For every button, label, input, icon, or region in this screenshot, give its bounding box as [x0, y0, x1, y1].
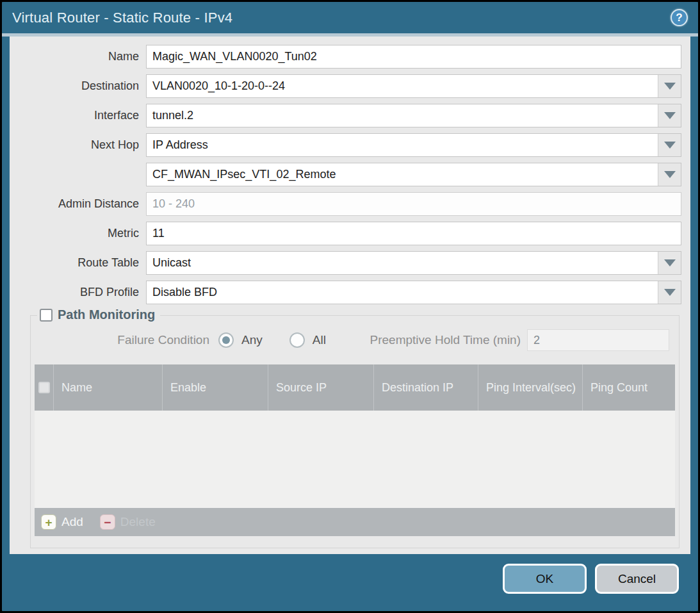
failure-condition-all-option[interactable]: All [289, 332, 326, 348]
next-hop-type-value: IP Address [147, 134, 658, 156]
form-row-route-table: Route Table Unicast [19, 251, 681, 275]
name-label: Name [19, 50, 146, 63]
interface-dropdown[interactable]: tunnel.2 [146, 104, 681, 127]
add-button[interactable]: + Add [41, 514, 83, 530]
chevron-down-icon [664, 112, 676, 119]
form-row-admin-distance: Admin Distance [19, 192, 681, 216]
form-row-bfd-profile: BFD Profile Disable BFD [19, 281, 681, 304]
chevron-down-icon [664, 83, 676, 90]
radio-selected-icon [218, 332, 234, 348]
delete-button[interactable]: − Delete [100, 514, 156, 530]
destination-value: VLAN0020_10-1-20-0--24 [147, 75, 658, 97]
bfd-profile-label: BFD Profile [19, 286, 146, 299]
dialog-content: Name Destination VLAN0020_10-1-20-0--24 … [10, 37, 690, 554]
route-table-dropdown[interactable]: Unicast [146, 251, 681, 275]
dialog-window: Virtual Router - Static Route - IPv4 ? N… [0, 0, 700, 613]
ok-button[interactable]: OK [503, 564, 587, 594]
failure-condition-all-label: All [313, 333, 326, 347]
preemptive-hold-time-input[interactable] [527, 329, 669, 351]
next-hop-address-value: CF_MWAN_IPsec_VTI_02_Remote [147, 163, 658, 186]
path-monitoring-group: Path Monitoring Failure Condition Any Al… [30, 315, 680, 548]
form-row-destination: Destination VLAN0020_10-1-20-0--24 [19, 74, 681, 98]
metric-input[interactable] [146, 222, 681, 245]
form-row-metric: Metric [19, 222, 681, 245]
select-all-checkbox[interactable] [38, 382, 50, 393]
path-monitoring-table: Name Enable Source IP Destination IP Pin… [35, 364, 675, 536]
interface-dropdown-button[interactable] [658, 104, 681, 127]
next-hop-type-dropdown-button[interactable] [658, 134, 681, 156]
select-all-cell [35, 364, 54, 411]
admin-distance-input[interactable] [146, 192, 681, 216]
destination-dropdown-button[interactable] [658, 75, 681, 97]
dialog-footer: OK Cancel [2, 554, 698, 611]
help-icon[interactable]: ? [671, 9, 688, 26]
form-row-next-hop: Next Hop IP Address [19, 133, 681, 157]
column-header-destination-ip: Destination IP [374, 364, 478, 411]
delete-button-label: Delete [120, 515, 156, 529]
next-hop-address-dropdown-button[interactable] [658, 163, 681, 186]
radio-unselected-icon [289, 332, 305, 348]
cancel-button[interactable]: Cancel [595, 564, 679, 594]
failure-condition-any-label: Any [241, 333, 263, 347]
plus-icon: + [41, 514, 56, 530]
route-table-label: Route Table [19, 256, 146, 270]
column-header-ping-interval: Ping Interval(sec) [478, 364, 583, 411]
route-table-value: Unicast [147, 252, 658, 274]
column-header-name: Name [54, 364, 163, 411]
interface-label: Interface [19, 109, 146, 122]
preemptive-hold-time-label: Preemptive Hold Time (min) [370, 333, 527, 347]
form-row-next-hop-address: CF_MWAN_IPsec_VTI_02_Remote [19, 163, 681, 186]
failure-condition-row: Failure Condition Any All Preemptive Hol… [34, 329, 669, 351]
dialog-titlebar: Virtual Router - Static Route - IPv4 ? [2, 2, 698, 33]
next-hop-type-dropdown[interactable]: IP Address [146, 133, 681, 157]
route-table-dropdown-button[interactable] [658, 252, 681, 274]
path-monitoring-title: Path Monitoring [58, 307, 155, 322]
table-body-empty [35, 411, 675, 508]
add-button-label: Add [61, 515, 83, 529]
minus-icon: − [100, 514, 115, 530]
admin-distance-label: Admin Distance [19, 197, 146, 211]
bfd-profile-value: Disable BFD [147, 281, 658, 304]
dialog-title: Virtual Router - Static Route - IPv4 [12, 10, 232, 26]
name-input[interactable] [146, 45, 681, 69]
path-monitoring-checkbox[interactable] [40, 309, 53, 322]
column-header-source-ip: Source IP [268, 364, 374, 411]
next-hop-label: Next Hop [19, 138, 146, 152]
chevron-down-icon [664, 142, 676, 149]
destination-dropdown[interactable]: VLAN0020_10-1-20-0--24 [146, 74, 681, 98]
form-row-name: Name [19, 45, 681, 69]
interface-value: tunnel.2 [147, 104, 658, 127]
column-header-enable: Enable [163, 364, 268, 411]
bfd-profile-dropdown-button[interactable] [658, 281, 681, 304]
chevron-down-icon [664, 171, 676, 178]
chevron-down-icon [664, 259, 676, 266]
chevron-down-icon [664, 289, 676, 296]
next-hop-address-dropdown[interactable]: CF_MWAN_IPsec_VTI_02_Remote [146, 163, 681, 186]
table-header-row: Name Enable Source IP Destination IP Pin… [35, 364, 675, 411]
destination-label: Destination [19, 79, 146, 93]
metric-label: Metric [19, 227, 146, 240]
path-monitoring-legend: Path Monitoring [37, 307, 160, 322]
table-toolbar: + Add − Delete [35, 508, 675, 536]
bfd-profile-dropdown[interactable]: Disable BFD [146, 281, 681, 304]
failure-condition-any-option[interactable]: Any [218, 332, 263, 348]
column-header-ping-count: Ping Count [583, 364, 675, 411]
form-row-interface: Interface tunnel.2 [19, 104, 681, 127]
failure-condition-label: Failure Condition [34, 333, 218, 347]
